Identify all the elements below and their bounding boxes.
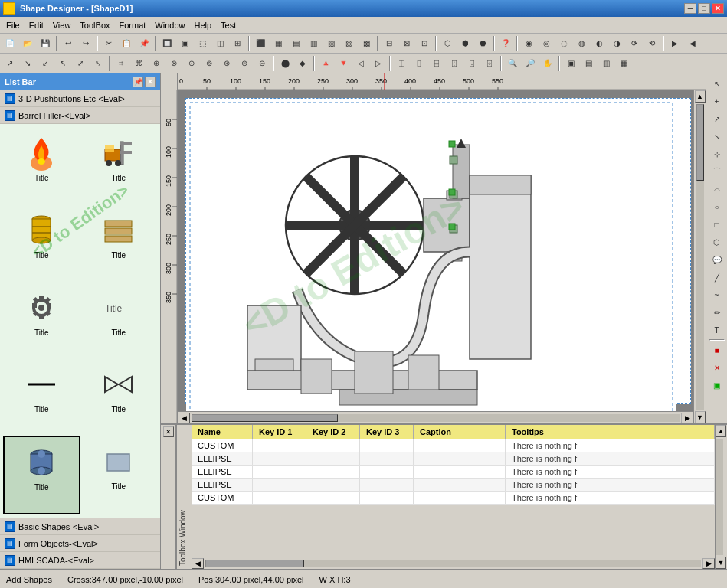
shape-item-rect[interactable]: Title [80, 436, 158, 514]
tb2-e5[interactable]: ⌺ [463, 55, 480, 72]
tb2-g4[interactable]: ▦ [615, 55, 632, 72]
tb2-e1[interactable]: ⌶ [393, 55, 410, 72]
minimize-button[interactable]: ─ [684, 3, 696, 14]
category-hmi-scada[interactable]: ▤ HMI SCADA-<Eval> [0, 552, 160, 569]
tb2-b1[interactable]: ⌗ [113, 55, 129, 72]
maximize-button[interactable]: □ [698, 3, 710, 14]
menu-toolbox[interactable]: ToolBox [75, 19, 114, 31]
tb-b3[interactable]: ⬚ [194, 35, 211, 52]
tb2-a6[interactable]: ⤡ [90, 55, 106, 72]
tb2-e4[interactable]: ⌹ [446, 55, 463, 72]
category-form-objects[interactable]: ▤ Form Objects-<Eval> [0, 535, 160, 552]
shape-item-barrel[interactable]: Title [3, 204, 80, 282]
rt-node[interactable]: ⊹ [709, 145, 725, 162]
tb2-b2[interactable]: ⌘ [130, 55, 147, 72]
canvas-drawing-area[interactable]: <D to Edition> [185, 98, 691, 404]
tb2-e2[interactable]: ⌷ [411, 55, 427, 72]
hscroll-thumb[interactable] [192, 414, 338, 422]
titlebar-buttons[interactable]: ─ □ ✕ [684, 3, 724, 14]
vscroll-thumb[interactable] [696, 104, 704, 181]
tb-b5[interactable]: ⊞ [229, 35, 246, 52]
listbar-pin-button[interactable]: 📌 [133, 77, 143, 87]
shape-item-drum[interactable]: Title [3, 436, 80, 514]
rt-bezier[interactable]: ~ [709, 286, 725, 303]
tb-f3[interactable]: ◌ [555, 35, 572, 52]
bhscroll-track[interactable] [205, 560, 701, 567]
tb-cut[interactable]: ✂ [100, 35, 117, 52]
menu-file[interactable]: File [2, 19, 25, 31]
tb-paste[interactable]: 📌 [136, 35, 152, 52]
tvscroll-track[interactable] [716, 439, 723, 555]
tb-b1[interactable]: 🔲 [159, 35, 175, 52]
tb-c7[interactable]: ▩ [358, 35, 375, 52]
tb2-b5[interactable]: ⊙ [183, 55, 200, 72]
menu-view[interactable]: View [48, 19, 76, 31]
tb-c1[interactable]: ⬛ [252, 35, 269, 52]
tb2-b8[interactable]: ⊜ [236, 55, 253, 72]
tb-e1[interactable]: ⬡ [439, 35, 456, 52]
bhscroll-left[interactable]: ◀ [192, 558, 204, 569]
tb-c2[interactable]: ▦ [270, 35, 287, 52]
tb2-c1[interactable]: ⬤ [277, 55, 293, 72]
tb-new[interactable]: 📄 [2, 35, 18, 52]
shape-item-label2[interactable]: Title Title [80, 282, 158, 359]
tb-redo[interactable]: ↪ [77, 35, 94, 52]
menu-test[interactable]: Test [216, 19, 241, 31]
hscroll-right[interactable]: ▶ [681, 413, 693, 423]
menu-edit[interactable]: Edit [25, 19, 48, 31]
tb2-b9[interactable]: ⊝ [254, 55, 270, 72]
tvscroll-down[interactable]: ▼ [716, 557, 726, 569]
shape-item-fire[interactable]: Title [3, 127, 80, 204]
tb2-d3[interactable]: ◁ [352, 55, 369, 72]
tb2-a2[interactable]: ↘ [19, 55, 36, 72]
tb-undo[interactable]: ↩ [60, 35, 77, 52]
vscroll-down[interactable]: ▼ [695, 411, 706, 423]
tb2-b7[interactable]: ⊛ [218, 55, 235, 72]
shape-item-hbars[interactable]: Title [80, 204, 158, 282]
tb-open[interactable]: 📂 [19, 35, 36, 52]
tb-help[interactable]: ❓ [497, 35, 514, 52]
tb-d3[interactable]: ⊡ [416, 35, 433, 52]
tb-c5[interactable]: ▧ [323, 35, 339, 52]
tb-b2[interactable]: ▣ [176, 35, 193, 52]
tb2-e3[interactable]: ⌸ [428, 55, 445, 72]
tb2-f2[interactable]: 🔎 [522, 55, 539, 72]
tb2-d1[interactable]: 🔺 [317, 55, 334, 72]
bottom-hscrollbar[interactable]: ◀ ▶ [192, 557, 715, 569]
menu-help[interactable]: Help [189, 19, 216, 31]
canvas-hscrollbar[interactable]: ◀ ▶ [178, 411, 693, 423]
category-barrel-filler[interactable]: ▤ Barrel Filler-<Eval> [0, 107, 160, 124]
vscroll-up[interactable]: ▲ [695, 90, 706, 103]
bhscroll-thumb[interactable] [205, 560, 304, 567]
tb-f7[interactable]: ⟳ [626, 35, 643, 52]
listbar-header-buttons[interactable]: 📌 ✕ [133, 77, 156, 87]
rt-curve[interactable]: ⌒ [709, 163, 725, 180]
tb-g2[interactable]: ◀ [684, 35, 701, 52]
tb-f6[interactable]: ◑ [608, 35, 625, 52]
tb-f5[interactable]: ◐ [591, 35, 607, 52]
rt-select[interactable]: ↖ [709, 75, 725, 92]
tb2-f1[interactable]: 🔍 [504, 55, 521, 72]
rt-pen[interactable]: ✏ [709, 304, 725, 321]
shape-item-gear[interactable]: Title [3, 282, 80, 359]
rt-ellipse[interactable]: ○ [709, 198, 725, 215]
tb-f8[interactable]: ⟲ [643, 35, 660, 52]
tb-c3[interactable]: ▤ [287, 35, 304, 52]
rt-red1[interactable]: ■ [709, 341, 725, 358]
rt-arrow2[interactable]: ↘ [709, 128, 725, 145]
tb-g1[interactable]: ▶ [666, 35, 683, 52]
bottom-close-btn[interactable]: ✕ [163, 426, 174, 437]
tb-d1[interactable]: ⊟ [381, 35, 398, 52]
menu-window[interactable]: Window [150, 19, 189, 31]
bhscroll-right[interactable]: ▶ [702, 558, 715, 569]
tb2-g2[interactable]: ▤ [580, 55, 597, 72]
category-basic-shapes[interactable]: ▤ Basic Shapes-<Eval> [0, 518, 160, 535]
vscroll-track[interactable] [696, 104, 704, 410]
table-row[interactable]: CUSTOM There is nothing f [192, 492, 715, 505]
tb2-e6[interactable]: ⌻ [481, 55, 498, 72]
tb2-g1[interactable]: ▣ [562, 55, 579, 72]
tb2-b3[interactable]: ⊕ [148, 55, 165, 72]
tb2-a5[interactable]: ⤢ [72, 55, 89, 72]
table-row[interactable]: ELLIPSE There is nothing f [192, 466, 715, 479]
tb-c4[interactable]: ▥ [305, 35, 322, 52]
